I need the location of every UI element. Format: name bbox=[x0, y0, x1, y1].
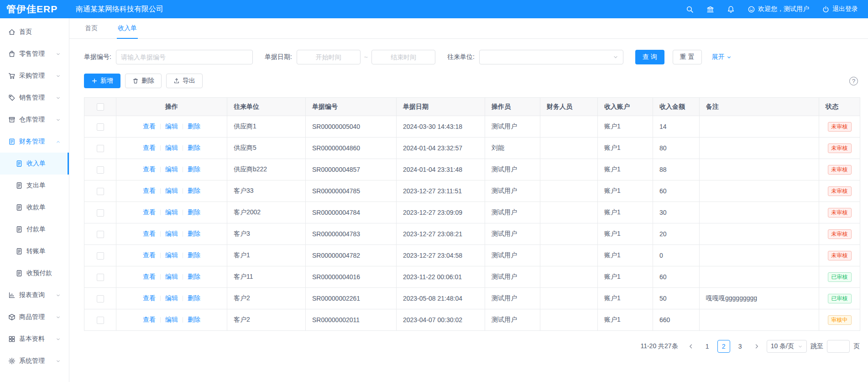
add-button[interactable]: 新增 bbox=[84, 74, 120, 88]
row-action-view[interactable]: 查看 bbox=[143, 187, 156, 194]
jump-label: 跳至 bbox=[810, 342, 823, 350]
row-action-delete[interactable]: 删除 bbox=[188, 230, 200, 237]
bell-icon[interactable] bbox=[727, 5, 735, 13]
row-checkbox[interactable] bbox=[97, 317, 104, 324]
unit-select[interactable] bbox=[479, 50, 623, 64]
column-header-8: 备注 bbox=[700, 98, 819, 116]
row-action-edit[interactable]: 编辑 bbox=[165, 187, 178, 194]
sidebar-item-goods[interactable]: 商品管理 bbox=[0, 306, 69, 328]
cell-unit: 客户3 bbox=[227, 223, 306, 245]
search-icon[interactable] bbox=[686, 5, 694, 13]
row-action-delete[interactable]: 删除 bbox=[188, 251, 200, 259]
row-checkbox[interactable] bbox=[97, 145, 104, 152]
row-action-delete[interactable]: 删除 bbox=[188, 294, 200, 302]
row-action-edit[interactable]: 编辑 bbox=[165, 230, 178, 237]
row-action-view[interactable]: 查看 bbox=[143, 122, 156, 130]
row-action-edit[interactable]: 编辑 bbox=[165, 251, 178, 259]
row-checkbox[interactable] bbox=[97, 252, 104, 260]
action-divider bbox=[183, 145, 183, 151]
logout-button[interactable]: 退出登录 bbox=[822, 5, 858, 13]
table-row: 查看编辑删除客户11SR000000040162023-11-22 00:06:… bbox=[84, 266, 860, 288]
select-all-checkbox[interactable] bbox=[97, 103, 104, 111]
pagination-page-3[interactable]: 3 bbox=[734, 340, 747, 353]
sidebar-item-retail[interactable]: 零售管理 bbox=[0, 43, 69, 65]
sidebar-subitem-expense[interactable]: 支出单 bbox=[0, 175, 69, 196]
sidebar-item-purchase[interactable]: 采购管理 bbox=[0, 65, 69, 87]
action-divider bbox=[160, 274, 161, 280]
row-checkbox[interactable] bbox=[97, 274, 104, 281]
sidebar-item-sales[interactable]: 销售管理 bbox=[0, 87, 69, 109]
sidebar-item-home[interactable]: 首页 bbox=[0, 21, 69, 43]
row-action-view[interactable]: 查看 bbox=[143, 144, 156, 151]
cell-unit: 供应商5 bbox=[227, 138, 306, 159]
bank-icon[interactable] bbox=[706, 5, 714, 13]
action-divider bbox=[160, 124, 161, 129]
sidebar-subitem-transfer[interactable]: 转账单 bbox=[0, 240, 69, 262]
chevron-down-icon bbox=[727, 55, 732, 60]
sidebar-subitem-advance[interactable]: 收预付款 bbox=[0, 262, 69, 284]
action-divider bbox=[183, 210, 183, 215]
row-checkbox[interactable] bbox=[97, 188, 104, 195]
sidebar-item-system[interactable]: 系统管理 bbox=[0, 350, 69, 372]
table-row: 查看编辑删除客户2SR000000020112023-04-07 00:30:0… bbox=[84, 309, 860, 331]
pagination-next[interactable] bbox=[750, 340, 763, 353]
sidebar-item-warehouse[interactable]: 仓库管理 bbox=[0, 109, 69, 131]
pagination-prev[interactable] bbox=[685, 340, 697, 353]
row-action-delete[interactable]: 删除 bbox=[188, 144, 200, 151]
export-button[interactable]: 导出 bbox=[166, 74, 203, 88]
row-checkbox[interactable] bbox=[97, 123, 104, 131]
expand-link[interactable]: 展开 bbox=[712, 53, 732, 61]
search-button[interactable]: 查 询 bbox=[635, 50, 664, 64]
pagination-page-2[interactable]: 2 bbox=[717, 340, 730, 353]
pagination-page-1[interactable]: 1 bbox=[701, 340, 714, 353]
tab-income[interactable]: 收入单 bbox=[117, 18, 138, 38]
row-action-edit[interactable]: 编辑 bbox=[165, 165, 178, 173]
row-action-view[interactable]: 查看 bbox=[143, 165, 156, 173]
row-action-delete[interactable]: 删除 bbox=[188, 165, 200, 173]
number-input[interactable] bbox=[116, 50, 253, 64]
row-action-view[interactable]: 查看 bbox=[143, 208, 156, 216]
row-action-view[interactable]: 查看 bbox=[143, 251, 156, 259]
sidebar-subitem-payment[interactable]: 付款单 bbox=[0, 218, 69, 240]
sidebar-subitem-receipt[interactable]: 收款单 bbox=[0, 196, 69, 218]
page-size-select[interactable]: 10 条/页 bbox=[767, 340, 807, 353]
cell-amount: 60 bbox=[653, 266, 700, 288]
sidebar-subitem-label: 收预付款 bbox=[26, 269, 69, 277]
row-action-edit[interactable]: 编辑 bbox=[165, 316, 178, 323]
row-checkbox[interactable] bbox=[97, 295, 104, 302]
date-start-input[interactable] bbox=[297, 50, 361, 64]
welcome-user[interactable]: 欢迎您，测试用户 bbox=[748, 5, 809, 13]
row-checkbox[interactable] bbox=[97, 166, 104, 174]
sidebar-item-basic[interactable]: 基本资料 bbox=[0, 328, 69, 350]
status-badge: 未审核 bbox=[828, 251, 852, 260]
tab-home[interactable]: 首页 bbox=[84, 18, 99, 38]
delete-button[interactable]: 删除 bbox=[125, 74, 162, 88]
row-action-edit[interactable]: 编辑 bbox=[165, 208, 178, 216]
row-action-view[interactable]: 查看 bbox=[143, 294, 156, 302]
row-action-edit[interactable]: 编辑 bbox=[165, 144, 178, 151]
row-action-delete[interactable]: 删除 bbox=[188, 122, 200, 130]
table-row: 查看编辑删除客户33SR000000047852023-12-27 23:11:… bbox=[84, 180, 860, 202]
row-action-delete[interactable]: 删除 bbox=[188, 273, 200, 280]
row-checkbox[interactable] bbox=[97, 209, 104, 217]
row-action-delete[interactable]: 删除 bbox=[188, 208, 200, 216]
row-action-edit[interactable]: 编辑 bbox=[165, 122, 178, 130]
date-end-input[interactable] bbox=[371, 50, 435, 64]
sidebar-item-report[interactable]: 报表查询 bbox=[0, 284, 69, 306]
row-action-delete[interactable]: 删除 bbox=[188, 316, 200, 323]
row-checkbox[interactable] bbox=[97, 231, 104, 238]
sidebar-item-finance[interactable]: 财务管理 bbox=[0, 131, 69, 153]
reset-button[interactable]: 重 置 bbox=[673, 50, 702, 64]
row-action-edit[interactable]: 编辑 bbox=[165, 273, 178, 280]
row-action-edit[interactable]: 编辑 bbox=[165, 294, 178, 302]
logout-label: 退出登录 bbox=[832, 5, 858, 13]
action-divider bbox=[160, 317, 161, 323]
row-action-view[interactable]: 查看 bbox=[143, 230, 156, 237]
chevron-down-icon bbox=[56, 359, 61, 364]
help-icon[interactable]: ? bbox=[849, 77, 858, 85]
row-action-view[interactable]: 查看 bbox=[143, 273, 156, 280]
jump-page-input[interactable] bbox=[827, 340, 850, 353]
row-action-view[interactable]: 查看 bbox=[143, 316, 156, 323]
row-action-delete[interactable]: 删除 bbox=[188, 187, 200, 194]
sidebar-subitem-income[interactable]: 收入单 bbox=[0, 153, 69, 175]
